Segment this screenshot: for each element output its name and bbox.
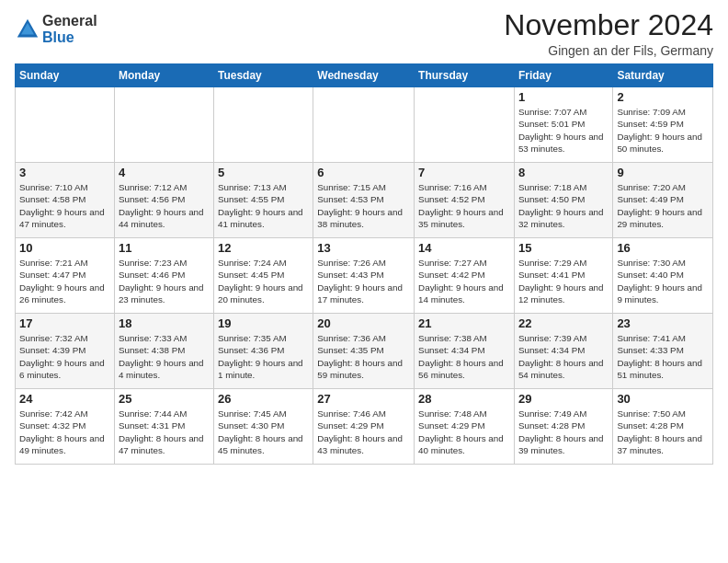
day-info: Sunrise: 7:49 AM Sunset: 4:28 PM Dayligh…: [518, 408, 609, 456]
day-number: 21: [418, 316, 510, 330]
calendar-cell: 27Sunrise: 7:46 AM Sunset: 4:29 PM Dayli…: [313, 389, 415, 465]
header: General Blue November 2024 Gingen an der…: [15, 9, 713, 58]
day-number: 26: [218, 392, 309, 406]
calendar-cell: 19Sunrise: 7:35 AM Sunset: 4:36 PM Dayli…: [213, 314, 313, 389]
calendar-cell: 13Sunrise: 7:26 AM Sunset: 4:43 PM Dayli…: [313, 238, 415, 314]
subtitle: Gingen an der Fils, Germany: [504, 43, 713, 58]
day-info: Sunrise: 7:39 AM Sunset: 4:34 PM Dayligh…: [518, 332, 609, 381]
calendar-cell: 15Sunrise: 7:29 AM Sunset: 4:41 PM Dayli…: [514, 238, 612, 314]
calendar-cell: 18Sunrise: 7:33 AM Sunset: 4:38 PM Dayli…: [114, 314, 213, 389]
calendar-cell: 23Sunrise: 7:41 AM Sunset: 4:33 PM Dayli…: [613, 314, 713, 389]
calendar-table: Sunday Monday Tuesday Wednesday Thursday…: [15, 63, 713, 465]
calendar-cell: 14Sunrise: 7:27 AM Sunset: 4:42 PM Dayli…: [415, 238, 515, 314]
header-thursday: Thursday: [415, 64, 515, 87]
month-title: November 2024: [504, 9, 713, 41]
day-info: Sunrise: 7:21 AM Sunset: 4:47 PM Dayligh…: [19, 257, 110, 305]
day-info: Sunrise: 7:38 AM Sunset: 4:34 PM Dayligh…: [418, 332, 510, 381]
day-number: 17: [19, 316, 110, 330]
calendar-cell: 17Sunrise: 7:32 AM Sunset: 4:39 PM Dayli…: [16, 314, 115, 389]
day-info: Sunrise: 7:09 AM Sunset: 4:59 PM Dayligh…: [617, 106, 709, 155]
calendar-cell: [16, 87, 115, 163]
calendar-cell: 28Sunrise: 7:48 AM Sunset: 4:29 PM Dayli…: [415, 389, 515, 465]
day-info: Sunrise: 7:20 AM Sunset: 4:49 PM Dayligh…: [617, 181, 709, 230]
day-number: 15: [518, 241, 609, 255]
day-number: 2: [617, 90, 709, 104]
day-info: Sunrise: 7:23 AM Sunset: 4:46 PM Dayligh…: [119, 257, 210, 305]
logo-icon: [15, 17, 40, 42]
logo: General Blue: [15, 13, 97, 46]
day-info: Sunrise: 7:50 AM Sunset: 4:28 PM Dayligh…: [617, 408, 709, 456]
day-info: Sunrise: 7:32 AM Sunset: 4:39 PM Dayligh…: [19, 332, 110, 381]
day-info: Sunrise: 7:45 AM Sunset: 4:30 PM Dayligh…: [218, 408, 309, 456]
day-info: Sunrise: 7:44 AM Sunset: 4:31 PM Dayligh…: [119, 408, 210, 456]
day-info: Sunrise: 7:41 AM Sunset: 4:33 PM Dayligh…: [617, 332, 709, 381]
day-number: 19: [218, 316, 309, 330]
day-number: 6: [317, 166, 410, 179]
day-number: 16: [617, 241, 709, 255]
page: General Blue November 2024 Gingen an der…: [0, 0, 728, 563]
calendar-cell: 24Sunrise: 7:42 AM Sunset: 4:32 PM Dayli…: [16, 389, 115, 465]
day-info: Sunrise: 7:18 AM Sunset: 4:50 PM Dayligh…: [518, 181, 609, 230]
calendar-cell: 7Sunrise: 7:16 AM Sunset: 4:52 PM Daylig…: [415, 163, 515, 238]
calendar-cell: 16Sunrise: 7:30 AM Sunset: 4:40 PM Dayli…: [613, 238, 713, 314]
logo-general: General: [42, 13, 97, 29]
day-number: 25: [119, 392, 210, 406]
header-wednesday: Wednesday: [313, 64, 415, 87]
calendar-cell: 4Sunrise: 7:12 AM Sunset: 4:56 PM Daylig…: [114, 163, 213, 238]
header-saturday: Saturday: [613, 64, 713, 87]
day-info: Sunrise: 7:26 AM Sunset: 4:43 PM Dayligh…: [317, 257, 410, 305]
day-number: 11: [119, 241, 210, 255]
day-number: 5: [218, 166, 309, 179]
day-info: Sunrise: 7:30 AM Sunset: 4:40 PM Dayligh…: [617, 257, 709, 305]
day-number: 24: [19, 392, 110, 406]
day-number: 13: [317, 241, 410, 255]
day-info: Sunrise: 7:07 AM Sunset: 5:01 PM Dayligh…: [518, 106, 609, 155]
day-info: Sunrise: 7:42 AM Sunset: 4:32 PM Dayligh…: [19, 408, 110, 456]
day-number: 8: [518, 166, 609, 179]
calendar-cell: 21Sunrise: 7:38 AM Sunset: 4:34 PM Dayli…: [415, 314, 515, 389]
day-number: 4: [119, 166, 210, 179]
day-info: Sunrise: 7:12 AM Sunset: 4:56 PM Dayligh…: [119, 181, 210, 230]
calendar-cell: [313, 87, 415, 163]
calendar-cell: 29Sunrise: 7:49 AM Sunset: 4:28 PM Dayli…: [514, 389, 612, 465]
header-tuesday: Tuesday: [213, 64, 313, 87]
calendar-cell: 25Sunrise: 7:44 AM Sunset: 4:31 PM Dayli…: [114, 389, 213, 465]
day-number: 18: [119, 316, 210, 330]
day-number: 3: [19, 166, 110, 179]
calendar-cell: 11Sunrise: 7:23 AM Sunset: 4:46 PM Dayli…: [114, 238, 213, 314]
calendar-body: 1Sunrise: 7:07 AM Sunset: 5:01 PM Daylig…: [16, 87, 713, 465]
calendar-cell: 1Sunrise: 7:07 AM Sunset: 5:01 PM Daylig…: [514, 87, 612, 163]
calendar-cell: [213, 87, 313, 163]
calendar-cell: 26Sunrise: 7:45 AM Sunset: 4:30 PM Dayli…: [213, 389, 313, 465]
day-number: 30: [617, 392, 709, 406]
header-friday: Friday: [514, 64, 612, 87]
day-info: Sunrise: 7:24 AM Sunset: 4:45 PM Dayligh…: [218, 257, 309, 305]
calendar-cell: 6Sunrise: 7:15 AM Sunset: 4:53 PM Daylig…: [313, 163, 415, 238]
calendar-cell: 8Sunrise: 7:18 AM Sunset: 4:50 PM Daylig…: [514, 163, 612, 238]
calendar-header: Sunday Monday Tuesday Wednesday Thursday…: [16, 64, 713, 87]
calendar-cell: 22Sunrise: 7:39 AM Sunset: 4:34 PM Dayli…: [514, 314, 612, 389]
calendar-cell: [114, 87, 213, 163]
day-info: Sunrise: 7:36 AM Sunset: 4:35 PM Dayligh…: [317, 332, 410, 381]
day-info: Sunrise: 7:27 AM Sunset: 4:42 PM Dayligh…: [418, 257, 510, 305]
calendar-cell: 2Sunrise: 7:09 AM Sunset: 4:59 PM Daylig…: [613, 87, 713, 163]
day-info: Sunrise: 7:16 AM Sunset: 4:52 PM Dayligh…: [418, 181, 510, 230]
title-block: November 2024 Gingen an der Fils, German…: [504, 9, 713, 58]
calendar-cell: 5Sunrise: 7:13 AM Sunset: 4:55 PM Daylig…: [213, 163, 313, 238]
calendar-cell: [415, 87, 515, 163]
day-number: 9: [617, 166, 709, 179]
day-number: 10: [19, 241, 110, 255]
header-monday: Monday: [114, 64, 213, 87]
day-info: Sunrise: 7:46 AM Sunset: 4:29 PM Dayligh…: [317, 408, 410, 456]
calendar-cell: 10Sunrise: 7:21 AM Sunset: 4:47 PM Dayli…: [16, 238, 115, 314]
day-info: Sunrise: 7:33 AM Sunset: 4:38 PM Dayligh…: [119, 332, 210, 381]
day-number: 29: [518, 392, 609, 406]
calendar-cell: 3Sunrise: 7:10 AM Sunset: 4:58 PM Daylig…: [16, 163, 115, 238]
day-info: Sunrise: 7:10 AM Sunset: 4:58 PM Dayligh…: [19, 181, 110, 230]
calendar-cell: 30Sunrise: 7:50 AM Sunset: 4:28 PM Dayli…: [613, 389, 713, 465]
day-info: Sunrise: 7:29 AM Sunset: 4:41 PM Dayligh…: [518, 257, 609, 305]
calendar-cell: 12Sunrise: 7:24 AM Sunset: 4:45 PM Dayli…: [213, 238, 313, 314]
day-number: 27: [317, 392, 410, 406]
logo-text: General Blue: [42, 13, 97, 46]
day-number: 14: [418, 241, 510, 255]
